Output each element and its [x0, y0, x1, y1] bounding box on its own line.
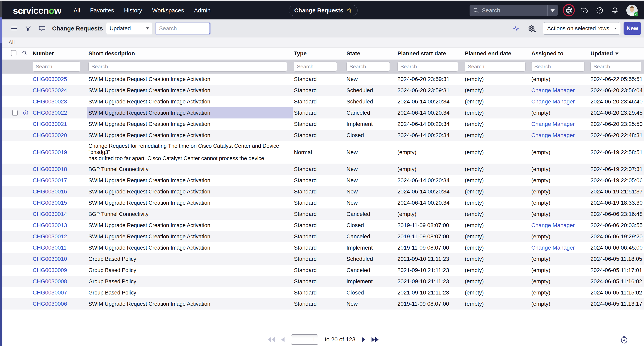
table-row[interactable]: CHG0030010 Group Based Policy Standard S… — [2, 254, 644, 264]
cell-updated: 2024-06-05 11:16:02 — [589, 276, 644, 287]
filter-planned-end-input[interactable] — [465, 62, 526, 72]
filter-updated-input[interactable] — [590, 62, 642, 72]
filter-state-input[interactable] — [346, 62, 390, 72]
filter-icon[interactable] — [24, 25, 32, 32]
search-scope-dropdown[interactable] — [548, 9, 558, 12]
table-row[interactable]: CHG0030024 SWIM Upgrade Request Creation… — [2, 85, 644, 96]
table-row[interactable]: CHG0030007 Group Based Policy Standard C… — [2, 287, 644, 298]
change-number-link[interactable]: CHG0030025 — [33, 76, 67, 82]
nav-all[interactable]: All — [74, 7, 80, 14]
row-checkbox[interactable] — [12, 110, 18, 116]
column-header-planned-start-date[interactable]: Planned start date — [396, 50, 464, 57]
table-row[interactable]: CHG0030014 BGP Tunnel Connectivity Stand… — [2, 208, 644, 220]
servicenow-logo[interactable]: servicenow — [13, 5, 61, 16]
context-pill-change-requests[interactable]: Change Requests — [289, 5, 358, 16]
list-search-input[interactable] — [156, 23, 210, 34]
chat-icon[interactable] — [581, 6, 588, 14]
actions-dropdown[interactable]: Actions on selected rows... — [543, 22, 620, 35]
change-number-link[interactable]: CHG0030019 — [33, 149, 67, 156]
table-row[interactable]: CHG0030020 SWIM Upgrade Request Creation… — [2, 130, 644, 141]
table-row[interactable]: CHG0030021 SWIM Upgrade Request Creation… — [2, 118, 644, 130]
favorite-star-icon[interactable] — [346, 8, 352, 14]
table-row[interactable]: CHG0030013 SWIM Upgrade Request Creation… — [2, 220, 644, 231]
comments-icon[interactable] — [38, 25, 46, 32]
previous-page-button[interactable] — [281, 337, 284, 342]
global-search[interactable]: Search — [470, 5, 558, 16]
globe-menu[interactable] — [566, 6, 573, 14]
filter-short-description-input[interactable] — [88, 62, 287, 72]
refresh-timer-icon[interactable] — [620, 335, 628, 344]
filter-assigned-to-input[interactable] — [531, 62, 585, 72]
table-row[interactable]: CHG0030017 SWIM Upgrade Request Creation… — [2, 175, 644, 186]
column-header-planned-end-date[interactable]: Planned end date — [464, 50, 530, 57]
nav-workspaces[interactable]: Workspaces — [152, 7, 184, 14]
first-page-button[interactable] — [268, 337, 275, 342]
next-page-button[interactable] — [362, 337, 365, 342]
filter-number-input[interactable] — [33, 62, 80, 72]
table-row[interactable]: CHG0030016 SWIM Upgrade Request Creation… — [2, 186, 644, 197]
change-number-link[interactable]: CHG0030009 — [33, 267, 67, 274]
column-header-state[interactable]: State — [345, 50, 396, 57]
table-row[interactable]: CHG0030011 SWIM Upgrade Request Creation… — [2, 242, 644, 254]
change-number-link[interactable]: CHG0030014 — [33, 211, 67, 217]
cell-assigned-to[interactable]: Change Manager — [531, 121, 575, 127]
list-settings[interactable] — [527, 24, 536, 33]
table-row[interactable]: CHG0030006 SWIM Upgrade Request Creation… — [2, 298, 644, 310]
nav-favorites[interactable]: Favorites — [90, 7, 114, 14]
change-number-link[interactable]: CHG0030022 — [33, 110, 67, 116]
change-number-link[interactable]: CHG0030010 — [33, 256, 67, 262]
list-search-toggle-icon[interactable] — [22, 50, 28, 56]
change-number-link[interactable]: CHG0030008 — [33, 278, 67, 285]
table-row[interactable]: CHG0030022 SWIM Upgrade Request Creation… — [2, 107, 644, 118]
column-header-updated[interactable]: Updated — [589, 50, 644, 57]
change-number-link[interactable]: CHG0030018 — [33, 166, 67, 172]
breadcrumb-all[interactable]: All — [8, 39, 15, 46]
change-number-link[interactable]: CHG0030011 — [33, 244, 66, 251]
cell-short-description: SWIM Upgrade Request Creation Image Acti… — [87, 118, 293, 130]
column-header-assigned-to[interactable]: Assigned to — [530, 50, 589, 57]
cell-assigned-to[interactable]: Change Manager — [531, 222, 575, 228]
change-number-link[interactable]: CHG0030015 — [33, 200, 67, 206]
change-number-link[interactable]: CHG0030021 — [33, 121, 67, 127]
filter-type-input[interactable] — [294, 62, 337, 72]
table-row[interactable]: CHG0030015 SWIM Upgrade Request Creation… — [2, 197, 644, 208]
table-row[interactable]: CHG0030012 SWIM Upgrade Request Creation… — [2, 231, 644, 242]
cell-assigned-to[interactable]: Change Manager — [531, 98, 575, 105]
cell-assigned-to[interactable]: Change Manager — [531, 87, 575, 94]
nav-admin[interactable]: Admin — [194, 7, 210, 14]
column-header-short-description[interactable]: Short description — [87, 50, 293, 57]
new-button[interactable]: New — [624, 22, 641, 35]
table-row[interactable]: CHG0030025 SWIM Upgrade Request Creation… — [2, 74, 644, 85]
table-row[interactable]: CHG0030008 Group Based Policy Standard I… — [2, 276, 644, 287]
select-all-checkbox[interactable] — [11, 50, 16, 56]
info-icon[interactable] — [23, 110, 29, 116]
change-number-link[interactable]: CHG0030017 — [33, 177, 67, 184]
column-header-number[interactable]: Number — [32, 50, 87, 57]
change-number-link[interactable]: CHG0030016 — [33, 188, 67, 195]
nav-history[interactable]: History — [124, 7, 142, 14]
activity-pulse-icon[interactable] — [512, 25, 520, 32]
change-number-link[interactable]: CHG0030007 — [33, 290, 67, 296]
user-avatar[interactable]: ✓ — [626, 5, 638, 16]
table-row[interactable]: CHG0030019 Change Request for remediatin… — [2, 141, 644, 164]
cell-assigned-to[interactable]: Change Manager — [531, 132, 575, 138]
change-number-link[interactable]: CHG0030024 — [33, 87, 67, 94]
last-page-button[interactable] — [372, 337, 378, 342]
change-number-link[interactable]: CHG0030006 — [33, 301, 67, 307]
column-header-type[interactable]: Type — [293, 50, 345, 57]
change-number-link[interactable]: CHG0030020 — [33, 132, 67, 138]
change-number-link[interactable]: CHG0030013 — [33, 222, 67, 228]
help-icon[interactable] — [596, 6, 604, 14]
cell-assigned-to[interactable]: Change Manager — [531, 244, 575, 251]
list-menu-icon[interactable] — [10, 25, 18, 32]
change-number-link[interactable]: CHG0030023 — [33, 98, 67, 105]
bell-icon[interactable] — [611, 6, 619, 14]
sort-field-dropdown[interactable]: Updated — [106, 23, 152, 34]
filter-planned-start-input[interactable] — [398, 62, 458, 72]
table-row[interactable]: CHG0030023 SWIM Upgrade Request Creation… — [2, 96, 644, 107]
cell-short-description: Group Based Policy — [87, 276, 293, 287]
change-number-link[interactable]: CHG0030012 — [33, 233, 67, 240]
table-row[interactable]: CHG0030018 BGP Tunnel Connectivity Stand… — [2, 164, 644, 175]
page-number-input[interactable] — [291, 334, 318, 345]
table-row[interactable]: CHG0030009 Group Based Policy Standard C… — [2, 264, 644, 276]
